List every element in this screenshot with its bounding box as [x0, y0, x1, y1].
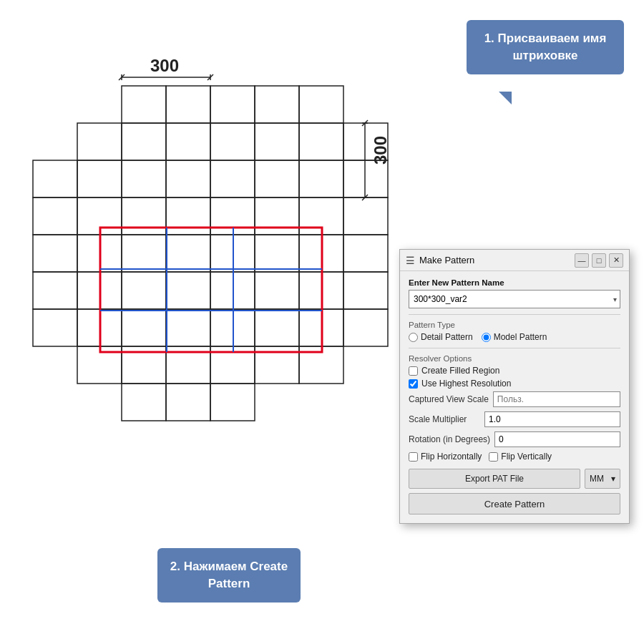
captured-view-scale-row: Captured View Scale	[409, 391, 620, 407]
create-filled-region-option[interactable]: Create Filled Region	[409, 366, 620, 376]
svg-rect-6	[122, 123, 166, 160]
svg-rect-49	[255, 309, 299, 346]
svg-rect-46	[122, 309, 166, 346]
callout-bottom-text: 2. Нажимаем Create Pattern	[170, 560, 288, 590]
model-pattern-option[interactable]: Model Pattern	[482, 332, 547, 342]
scale-multiplier-row: Scale Multiplier	[409, 411, 620, 427]
svg-rect-2	[210, 86, 255, 123]
svg-line-70	[208, 74, 213, 80]
svg-rect-31	[166, 235, 210, 272]
export-pat-button[interactable]: Export PAT File	[409, 469, 580, 489]
callout-top-text: 1. Присваиваем имя штриховке	[484, 31, 607, 62]
use-highest-resolution-option[interactable]: Use Highest Resolution	[409, 379, 620, 389]
svg-rect-8	[210, 123, 255, 160]
create-pattern-button[interactable]: Create Pattern	[409, 493, 620, 514]
svg-rect-28	[33, 235, 77, 272]
flip-horizontally-checkbox[interactable]	[409, 452, 418, 462]
detail-pattern-radio[interactable]	[409, 333, 418, 342]
dropdown-arrow-icon[interactable]: ▾	[613, 296, 617, 303]
callout-top: 1. Присваиваем имя штриховке	[467, 20, 624, 74]
model-pattern-radio[interactable]	[482, 333, 491, 342]
svg-rect-50	[299, 309, 343, 346]
maximize-button[interactable]: □	[592, 253, 606, 268]
svg-rect-1	[166, 86, 210, 123]
svg-rect-15	[166, 160, 210, 197]
svg-rect-38	[122, 272, 166, 309]
pattern-name-field[interactable]: ▾	[409, 290, 620, 308]
resolver-options-label: Resolver Options	[409, 354, 620, 363]
svg-rect-42	[299, 272, 343, 309]
svg-rect-13	[77, 160, 122, 197]
pattern-name-input[interactable]	[414, 294, 604, 304]
svg-rect-21	[77, 197, 122, 235]
flip-vertically-checkbox[interactable]	[489, 452, 498, 462]
minimize-button[interactable]: —	[575, 253, 589, 268]
scale-multiplier-input[interactable]	[484, 411, 620, 427]
svg-rect-37	[77, 272, 122, 309]
svg-line-75	[362, 120, 368, 126]
svg-rect-56	[255, 346, 299, 384]
svg-rect-5	[77, 123, 122, 160]
make-pattern-dialog: ☰ Make Pattern — □ ✕ Enter New Pattern N…	[399, 249, 630, 524]
svg-rect-3	[255, 86, 299, 123]
svg-rect-17	[255, 160, 299, 197]
detail-pattern-option[interactable]: Detail Pattern	[409, 332, 473, 342]
svg-rect-7	[166, 123, 210, 160]
model-pattern-label: Model Pattern	[494, 332, 547, 342]
svg-rect-0	[122, 86, 166, 123]
pattern-name-label: Enter New Pattern Name	[409, 278, 620, 287]
svg-rect-11	[343, 123, 388, 160]
flip-horizontally-option[interactable]: Flip Horizontally	[409, 452, 482, 462]
create-filled-region-checkbox[interactable]	[409, 366, 418, 376]
svg-rect-35	[343, 235, 388, 272]
dialog-body: Enter New Pattern Name ▾ Pattern Type De…	[400, 271, 629, 523]
svg-rect-60	[210, 384, 255, 421]
mm-label: MM	[590, 474, 604, 484]
svg-rect-58	[122, 384, 166, 421]
mm-dropdown-button[interactable]: MM ▾	[585, 469, 620, 489]
svg-rect-10	[299, 123, 343, 160]
svg-rect-33	[255, 235, 299, 272]
svg-rect-47	[166, 309, 210, 346]
svg-rect-36	[33, 272, 77, 309]
captured-view-scale-input[interactable]	[493, 391, 620, 407]
close-button[interactable]: ✕	[609, 253, 623, 268]
use-highest-resolution-checkbox[interactable]	[409, 379, 418, 389]
flip-horizontally-label: Flip Horizontally	[421, 452, 482, 462]
svg-rect-9	[255, 123, 299, 160]
dialog-controls: — □ ✕	[575, 253, 623, 268]
svg-text:300: 300	[371, 136, 390, 165]
rotation-label: Rotation (in Degrees)	[409, 434, 490, 444]
svg-rect-26	[299, 197, 343, 235]
svg-rect-41	[255, 272, 299, 309]
pattern-type-row: Detail Pattern Model Pattern	[409, 332, 620, 342]
export-row: Export PAT File MM ▾	[409, 469, 620, 489]
pattern-type-label: Pattern Type	[409, 321, 620, 329]
svg-rect-53	[122, 346, 166, 384]
svg-rect-52	[77, 346, 122, 384]
svg-rect-54	[166, 346, 210, 384]
svg-rect-27	[343, 197, 388, 235]
svg-rect-23	[166, 197, 210, 235]
svg-rect-48	[210, 309, 255, 346]
dialog-titlebar: ☰ Make Pattern — □ ✕	[400, 250, 629, 271]
callout-top-arrow	[499, 92, 512, 104]
svg-rect-25	[255, 197, 299, 235]
svg-rect-4	[299, 86, 343, 123]
svg-rect-45	[77, 309, 122, 346]
flip-vertically-option[interactable]: Flip Vertically	[489, 452, 552, 462]
scale-multiplier-label: Scale Multiplier	[409, 414, 480, 424]
svg-rect-59	[166, 384, 210, 421]
svg-rect-22	[122, 197, 166, 235]
svg-rect-34	[299, 235, 343, 272]
svg-line-76	[362, 195, 368, 200]
svg-rect-19	[343, 160, 388, 197]
svg-rect-20	[33, 197, 77, 235]
svg-rect-18	[299, 160, 343, 197]
svg-rect-14	[122, 160, 166, 197]
svg-rect-44	[33, 309, 77, 346]
captured-view-scale-label: Captured View Scale	[409, 394, 489, 404]
rotation-input[interactable]	[494, 431, 620, 447]
callout-bottom: 2. Нажимаем Create Pattern	[157, 548, 301, 602]
flip-row: Flip Horizontally Flip Vertically	[409, 452, 620, 462]
